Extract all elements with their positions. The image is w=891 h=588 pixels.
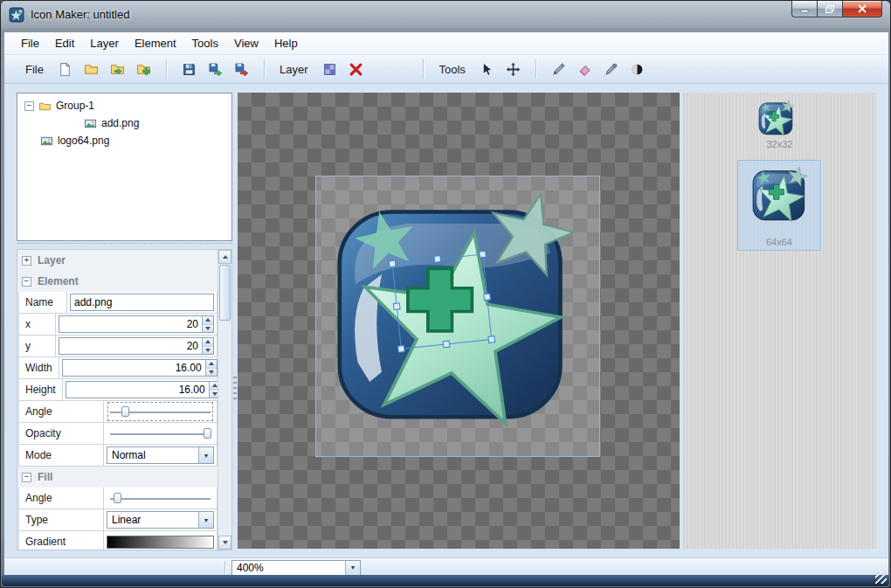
dropdown-arrow-icon[interactable]: ▼ — [345, 561, 360, 575]
export-green-icon — [208, 62, 223, 77]
fill-angle-slider[interactable] — [109, 490, 211, 506]
export-green-button[interactable] — [204, 58, 227, 80]
toolbar-separator — [264, 59, 266, 79]
fill-tool-button[interactable] — [626, 58, 649, 80]
width-field[interactable] — [63, 360, 205, 376]
save-button[interactable] — [178, 58, 201, 80]
angle-slider[interactable] — [109, 404, 211, 419]
section-element[interactable]: − Element — [18, 271, 218, 292]
pen-tool-button[interactable] — [600, 58, 623, 80]
folder-icon — [38, 100, 52, 113]
pen-icon — [604, 62, 618, 77]
new-layer-button[interactable] — [318, 58, 341, 80]
tree-item-group[interactable]: − Group-1 — [17, 97, 231, 114]
menu-help[interactable]: Help — [266, 32, 306, 54]
y-label: y — [18, 336, 56, 357]
titlebar[interactable]: Icon Maker: untitled — [1, 1, 890, 30]
content-area: − Group-1 add.png logo64.png + Layer — [4, 84, 888, 557]
delete-layer-button[interactable] — [344, 58, 367, 80]
menu-layer[interactable]: Layer — [82, 32, 127, 54]
x-spinner[interactable] — [202, 316, 213, 332]
opacity-slider[interactable] — [109, 425, 211, 441]
gradient-editor[interactable] — [107, 536, 214, 549]
preview-64-thumbnail[interactable]: 64x64 — [737, 160, 821, 251]
expand-icon[interactable]: + — [22, 256, 31, 266]
minimize-button[interactable] — [791, 1, 818, 17]
zoom-dropdown[interactable]: 400% ▼ — [231, 560, 361, 576]
menu-tools[interactable]: Tools — [184, 32, 226, 54]
file-group-label: File — [25, 63, 44, 76]
spinner-down-icon — [203, 325, 213, 333]
menubar: File Edit Layer Element Tools View Help — [4, 32, 888, 55]
add-folder-button[interactable] — [133, 58, 155, 80]
slider-thumb[interactable] — [121, 406, 129, 417]
layers-tree-panel[interactable]: − Group-1 add.png logo64.png — [17, 93, 232, 241]
menu-element[interactable]: Element — [127, 32, 184, 54]
export-red-button[interactable] — [231, 58, 253, 80]
export-red-icon — [234, 62, 249, 77]
element-selection-handles[interactable] — [386, 248, 505, 363]
section-layer[interactable]: + Layer — [18, 250, 218, 271]
toolbar: File Layer Tools — [4, 55, 888, 84]
close-button[interactable] — [843, 1, 882, 17]
minimize-icon — [800, 4, 809, 13]
scroll-down-icon[interactable] — [218, 536, 231, 550]
preview-32-thumbnail[interactable] — [757, 100, 796, 138]
tree-item-label: Group-1 — [56, 100, 94, 112]
collapse-icon[interactable]: − — [22, 277, 31, 287]
property-row-fill-type: Type Linear ▼ — [18, 509, 218, 531]
width-spinner[interactable] — [205, 360, 217, 376]
horizontal-splitter[interactable] — [17, 243, 232, 249]
section-fill[interactable]: − Fill — [18, 467, 218, 488]
statusbar-separator — [224, 561, 226, 574]
fill-type-dropdown[interactable]: Linear ▼ — [107, 511, 214, 529]
mode-dropdown[interactable]: Normal ▼ — [107, 446, 214, 464]
collapse-icon[interactable]: − — [24, 101, 34, 111]
editor-canvas[interactable] — [238, 93, 680, 549]
select-tool-button[interactable] — [476, 58, 499, 80]
pencil-icon — [551, 62, 566, 77]
tree-item-add-png[interactable]: add.png — [17, 114, 231, 132]
eraser-tool-button[interactable] — [574, 58, 597, 80]
move-tool-button[interactable] — [502, 58, 525, 80]
splitter-grip-icon — [233, 377, 237, 399]
image-icon — [84, 117, 97, 130]
slider-thumb[interactable] — [204, 428, 211, 439]
tree-item-logo64-png[interactable]: logo64.png — [17, 132, 231, 149]
scroll-up-icon[interactable] — [218, 250, 231, 264]
name-label: Name — [18, 292, 67, 314]
menu-file[interactable]: File — [13, 32, 47, 54]
pencil-tool-button[interactable] — [548, 58, 570, 80]
collapse-icon[interactable]: − — [22, 473, 31, 482]
spinner-up-icon — [203, 338, 213, 347]
new-file-button[interactable] — [54, 58, 77, 80]
scrollbar-thumb[interactable] — [219, 265, 231, 321]
x-field[interactable] — [59, 316, 202, 332]
layer-group-label: Layer — [280, 63, 308, 76]
layer-selection-box[interactable] — [315, 176, 600, 457]
menu-view[interactable]: View — [226, 32, 266, 54]
menu-edit[interactable]: Edit — [47, 32, 82, 54]
property-row-fill-angle: Angle — [18, 488, 218, 509]
spinner-up-icon — [203, 316, 213, 325]
import-folder-icon — [110, 62, 125, 77]
height-field[interactable] — [66, 382, 209, 398]
name-field[interactable] — [71, 294, 213, 310]
y-spinner[interactable] — [202, 338, 213, 354]
open-folder-button[interactable] — [80, 58, 103, 80]
restore-button[interactable] — [818, 1, 843, 17]
dropdown-arrow-icon[interactable]: ▼ — [198, 447, 213, 463]
tree-item-label: logo64.png — [58, 135, 109, 147]
properties-scrollbar[interactable] — [218, 250, 231, 550]
spinner-down-icon — [206, 369, 217, 377]
slider-thumb[interactable] — [114, 493, 121, 503]
window-frame-bottom — [2, 575, 889, 586]
gradient-label: Gradient — [18, 531, 104, 550]
resize-grip[interactable] — [875, 572, 887, 584]
y-field[interactable] — [59, 338, 202, 354]
x-label: x — [18, 314, 56, 336]
dropdown-arrow-icon[interactable]: ▼ — [198, 512, 213, 528]
import-folder-button[interactable] — [107, 58, 129, 80]
move-icon — [506, 62, 521, 77]
spinner-down-icon — [203, 347, 213, 355]
